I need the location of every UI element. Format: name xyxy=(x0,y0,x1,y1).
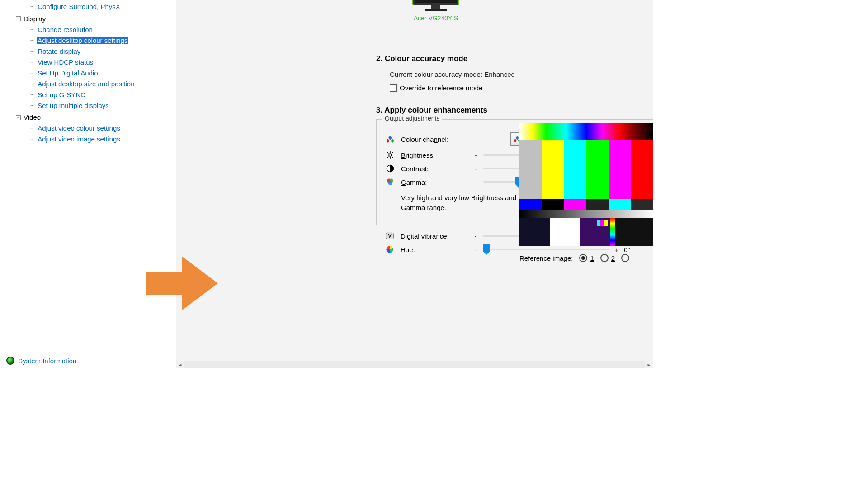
monitor-icon xyxy=(411,0,460,14)
tree-category-video[interactable]: − Video xyxy=(5,111,172,123)
tree-branch-icon: ┈ xyxy=(28,57,35,68)
tree-branch-icon: ┈ xyxy=(28,68,35,79)
current-accuracy-mode: Current colour accuracy mode: Enhanced xyxy=(390,68,653,81)
digital-vibrance-label: Digital vibrance: xyxy=(401,232,468,240)
brightness-icon xyxy=(386,150,395,160)
contrast-minus: - xyxy=(472,165,480,173)
tree-item-video-image[interactable]: ┈ Adjust video image settings xyxy=(5,134,172,145)
tree-branch-icon: ┈ xyxy=(28,35,35,46)
override-reference-checkbox[interactable]: Override to reference mode xyxy=(390,84,482,92)
override-reference-label: Override to reference mode xyxy=(400,84,482,92)
svg-marker-2 xyxy=(391,139,394,143)
svg-marker-0 xyxy=(388,136,392,140)
brightness-minus: - xyxy=(472,151,480,159)
svg-line-13 xyxy=(387,157,388,158)
app-window: ┈ Configure Surround, PhysX − Display ┈ … xyxy=(0,0,653,368)
radio-icon xyxy=(579,254,587,262)
gamma-icon xyxy=(386,178,395,187)
brightness-label: Brightness: xyxy=(401,151,469,159)
contrast-icon xyxy=(386,164,395,173)
horizontal-scrollbar[interactable]: ◄ ► xyxy=(176,361,653,368)
selected-display[interactable]: Acer VG240Y S xyxy=(411,0,460,22)
vibrance-minus: - xyxy=(472,232,479,240)
svg-point-18 xyxy=(388,181,392,185)
tree-branch-icon: ┈ xyxy=(28,1,35,12)
content: Acer VG240Y S 2. Colour accuracy mode Cu… xyxy=(176,0,653,360)
sidebar-footer: System Information xyxy=(0,354,176,368)
gamma-minus: - xyxy=(472,178,480,186)
tree-item-change-resolution[interactable]: ┈ Change resolution xyxy=(5,24,172,35)
system-information-link[interactable]: System Information xyxy=(18,357,76,365)
collapse-icon[interactable]: − xyxy=(16,115,21,120)
tree-category-display[interactable]: − Display xyxy=(5,12,172,24)
colour-channel-icon xyxy=(386,135,395,144)
reference-radio-2-label: 2 xyxy=(611,254,615,262)
hue-icon xyxy=(385,245,394,254)
reference-image-label: Reference image: xyxy=(519,254,573,262)
reference-preview xyxy=(519,123,653,246)
scroll-left-icon[interactable]: ◄ xyxy=(176,361,184,368)
section-3-title: 3. Apply colour enhancements xyxy=(376,106,653,115)
contrast-label: Contrast: xyxy=(401,165,469,173)
tree-branch-icon: ┈ xyxy=(28,24,35,35)
tree-branch-icon: ┈ xyxy=(28,134,35,145)
tree-item-multiple-displays[interactable]: ┈ Set up multiple displays xyxy=(5,100,172,111)
svg-text:V: V xyxy=(388,233,392,239)
digital-vibrance-icon: V xyxy=(385,231,394,240)
reference-radio-2[interactable]: 2 xyxy=(600,254,615,262)
tree-branch-icon: ┈ xyxy=(28,79,35,89)
radio-icon xyxy=(621,254,629,262)
sidebar: ┈ Configure Surround, PhysX − Display ┈ … xyxy=(0,0,176,368)
hue-minus: - xyxy=(472,246,479,253)
monitor-name: Acer VG240Y S xyxy=(411,14,460,22)
tree-item-gsync[interactable]: ┈ Set up G-SYNC xyxy=(5,89,172,100)
reference-radio-1-label: 1 xyxy=(590,254,594,262)
tree-branch-icon: ┈ xyxy=(28,123,35,134)
output-adjustments-legend: Output adjustments xyxy=(382,115,442,122)
tree-item-adjust-desktop-colour[interactable]: ┈ Adjust desktop colour settings xyxy=(5,35,172,46)
settings-tree: ┈ Configure Surround, PhysX − Display ┈ … xyxy=(3,0,173,351)
svg-marker-1 xyxy=(386,139,390,143)
tree-branch-icon: ┈ xyxy=(28,100,35,111)
slider-thumb[interactable] xyxy=(483,244,490,255)
section-2-title: 2. Colour accuracy mode xyxy=(376,54,653,63)
svg-line-11 xyxy=(387,152,388,153)
reference-radio-3[interactable] xyxy=(621,254,629,262)
svg-marker-4 xyxy=(514,139,517,142)
colour-channel-label: Colour channel: xyxy=(401,136,469,143)
tree-item-video-colour[interactable]: ┈ Adjust video colour settings xyxy=(5,123,172,134)
tree-item-rotate-display[interactable]: ┈ Rotate display xyxy=(5,46,172,57)
tree-item-view-hdcp[interactable]: ┈ View HDCP status xyxy=(5,57,172,68)
tree-item-truncated[interactable]: ┈ Configure Surround, PhysX xyxy=(5,1,172,12)
scroll-right-icon[interactable]: ► xyxy=(645,361,653,368)
system-information-icon xyxy=(6,357,14,365)
section-colour-accuracy: 2. Colour accuracy mode Current colour a… xyxy=(376,54,653,93)
hue-label: Hue: xyxy=(401,246,468,253)
reference-radio-1[interactable]: 1 xyxy=(579,254,594,262)
tree-branch-icon: ┈ xyxy=(28,46,35,57)
collapse-icon[interactable]: − xyxy=(16,16,21,21)
tree-item-desktop-size-position[interactable]: ┈ Adjust desktop size and position xyxy=(5,79,172,89)
svg-marker-3 xyxy=(515,136,519,140)
tree-branch-icon: ┈ xyxy=(28,89,35,100)
scrollbar-track[interactable] xyxy=(184,361,645,368)
gamma-label: Gamma: xyxy=(401,178,469,186)
tree-item-digital-audio[interactable]: ┈ Set Up Digital Audio xyxy=(5,68,172,79)
radio-icon xyxy=(600,254,609,262)
reference-image-selector: Reference image: 1 2 xyxy=(519,254,653,262)
main-pane: Acer VG240Y S 2. Colour accuracy mode Cu… xyxy=(176,0,653,368)
svg-line-12 xyxy=(392,157,393,158)
svg-line-14 xyxy=(392,152,393,153)
svg-point-6 xyxy=(389,154,392,156)
reference-image-block: Reference image: 1 2 xyxy=(519,123,653,262)
checkbox-icon xyxy=(390,84,397,92)
